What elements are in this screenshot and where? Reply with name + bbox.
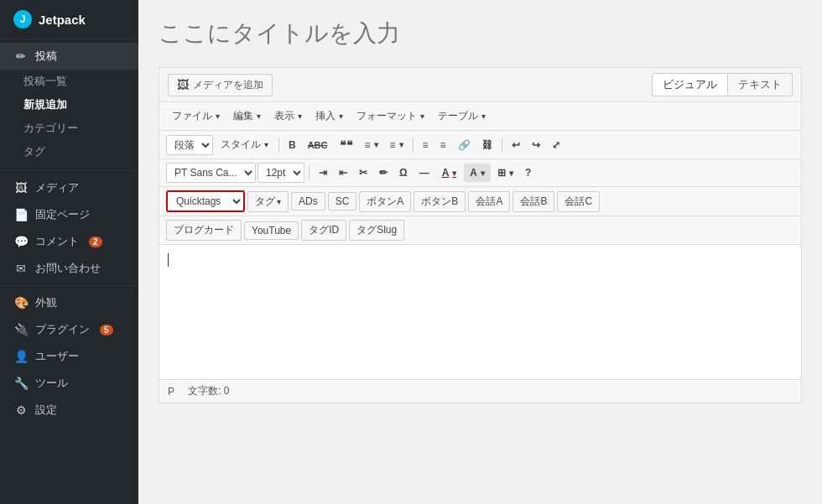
editor-word-count: 文字数: 0 bbox=[188, 384, 229, 398]
sidebar-item-comments-label: コメント bbox=[35, 234, 79, 249]
sidebar-logo-label: Jetpack bbox=[39, 13, 86, 27]
sidebar-item-media[interactable]: 🖼 メディア bbox=[0, 174, 138, 201]
link-button[interactable]: 🔗 bbox=[453, 136, 476, 154]
toolbar-file[interactable]: ファイル bbox=[166, 106, 226, 127]
blockquote-button[interactable]: ❝❝ bbox=[335, 135, 358, 155]
bold-button[interactable]: B bbox=[284, 136, 301, 154]
add-media-button[interactable]: 🖼 メディアを追加 bbox=[168, 74, 273, 96]
size-select[interactable]: 12pt bbox=[258, 163, 304, 183]
quicktags-row-1: Quicktags タグ ADs SC ボタンA ボタンB 会話A 会話B 会話… bbox=[159, 187, 801, 216]
qt-tagid-button[interactable]: タグID bbox=[301, 220, 346, 241]
editor-content: 🖼 メディアを追加 ビジュアル テキスト ファイル 編集 表示 挿入 フォーマッ… bbox=[138, 0, 822, 504]
sidebar: J Jetpack ✏ 投稿 投稿一覧 新規追加 カテゴリー タグ 🖼 メディア bbox=[0, 0, 138, 504]
undo-button[interactable]: ↩ bbox=[507, 136, 525, 154]
pencil-button[interactable]: ✏ bbox=[374, 164, 393, 182]
strikethrough-button[interactable]: ABC bbox=[303, 137, 333, 153]
fullscreen-button[interactable]: ⤢ bbox=[547, 136, 565, 154]
toolbar-row-3: PT Sans Ca... 12pt ⇥ ⇤ ✂ ✏ Ω — A A ⊞ ? bbox=[159, 159, 801, 187]
outdent-button[interactable]: ⇤ bbox=[334, 164, 352, 182]
qt-buttona-button[interactable]: ボタンA bbox=[359, 191, 411, 212]
sidebar-divider-2 bbox=[0, 285, 138, 286]
tab-text[interactable]: テキスト bbox=[727, 73, 793, 96]
comments-badge: 2 bbox=[89, 236, 102, 247]
editor-wrapper: 🖼 メディアを追加 ビジュアル テキスト ファイル 編集 表示 挿入 フォーマッ… bbox=[159, 67, 802, 403]
editor-status-bar: P 文字数: 0 bbox=[159, 379, 801, 403]
style-select-btn[interactable]: スタイル bbox=[215, 134, 274, 155]
font-color-button[interactable]: A bbox=[436, 164, 463, 182]
indent-button[interactable]: ⇥ bbox=[314, 164, 332, 182]
toolbar-insert[interactable]: 挿入 bbox=[310, 106, 349, 127]
settings-icon: ⚙ bbox=[13, 403, 29, 417]
ul-button[interactable]: ≡ bbox=[360, 136, 383, 154]
hr-button[interactable]: — bbox=[414, 164, 434, 182]
align-left-button[interactable]: ≡ bbox=[418, 136, 434, 154]
sidebar-item-plugins-label: プラグイン bbox=[35, 322, 90, 337]
qt-kaiwaa-button[interactable]: 会話A bbox=[468, 191, 510, 212]
sidebar-item-users-label: ユーザー bbox=[35, 349, 79, 364]
sidebar-item-appearance[interactable]: 🎨 外観 bbox=[0, 289, 138, 316]
qt-buttonb-button[interactable]: ボタンB bbox=[414, 191, 466, 212]
qt-tagslug-button[interactable]: タグSlug bbox=[349, 220, 404, 241]
sidebar-item-pages[interactable]: 📄 固定ページ bbox=[0, 201, 138, 228]
new-post-label: 新規追加 bbox=[23, 97, 67, 112]
sidebar-item-settings-label: 設定 bbox=[35, 403, 57, 418]
align-center-button[interactable]: ≡ bbox=[435, 136, 451, 154]
sidebar-item-plugins[interactable]: 🔌 プラグイン 5 bbox=[0, 316, 138, 343]
paragraph-select[interactable]: 段落 bbox=[166, 135, 213, 155]
sidebar-divider-1 bbox=[0, 170, 138, 171]
sidebar-item-tools-label: ツール bbox=[35, 376, 68, 391]
tab-visual[interactable]: ビジュアル bbox=[652, 73, 727, 96]
sidebar-item-new-post[interactable]: 新規追加 bbox=[0, 93, 138, 117]
add-media-icon: 🖼 bbox=[177, 78, 189, 91]
quicktags-select[interactable]: Quicktags bbox=[168, 192, 243, 210]
cut-button[interactable]: ✂ bbox=[354, 164, 372, 182]
sidebar-posts-submenu: 投稿一覧 新規追加 カテゴリー タグ bbox=[0, 70, 138, 164]
sidebar-item-posts[interactable]: ✏ 投稿 bbox=[0, 43, 138, 70]
qt-youtube-button[interactable]: YouTube bbox=[244, 221, 299, 240]
toolbar-format[interactable]: フォーマット bbox=[351, 106, 430, 127]
toolbar-sep-4 bbox=[309, 165, 310, 180]
toolbar-sep-2 bbox=[413, 138, 414, 153]
sidebar-item-tools[interactable]: 🔧 ツール bbox=[0, 370, 138, 397]
sidebar-item-comments[interactable]: 💬 コメント 2 bbox=[0, 228, 138, 255]
tags-label: タグ bbox=[23, 144, 45, 159]
qt-blogcard-button[interactable]: ブログカード bbox=[166, 220, 242, 241]
qt-ads-button[interactable]: ADs bbox=[291, 192, 325, 210]
toolbar-edit[interactable]: 編集 bbox=[227, 106, 267, 127]
toolbar-view[interactable]: 表示 bbox=[268, 106, 308, 127]
help-button[interactable]: ? bbox=[520, 164, 536, 182]
tools-icon: 🔧 bbox=[13, 377, 29, 390]
jetpack-icon: J bbox=[13, 10, 32, 29]
sidebar-item-tags[interactable]: タグ bbox=[0, 140, 138, 164]
appearance-icon: 🎨 bbox=[13, 296, 29, 309]
post-title-input[interactable] bbox=[159, 17, 802, 50]
bg-color-button[interactable]: A bbox=[464, 164, 491, 182]
sidebar-item-all-posts[interactable]: 投稿一覧 bbox=[0, 70, 138, 93]
sidebar-item-posts-label: 投稿 bbox=[35, 49, 57, 64]
sidebar-item-users[interactable]: 👤 ユーザー bbox=[0, 343, 138, 370]
sidebar-item-categories[interactable]: カテゴリー bbox=[0, 117, 138, 140]
ol-button[interactable]: ≡ bbox=[385, 136, 408, 154]
pages-icon: 📄 bbox=[13, 208, 29, 221]
plugins-icon: 🔌 bbox=[13, 323, 29, 336]
sidebar-posts-section: ✏ 投稿 投稿一覧 新規追加 カテゴリー タグ bbox=[0, 39, 138, 167]
editor-tabs: ビジュアル テキスト bbox=[652, 73, 793, 96]
add-media-label: メディアを追加 bbox=[193, 78, 263, 92]
posts-icon: ✏ bbox=[13, 49, 29, 63]
qt-sc-button[interactable]: SC bbox=[328, 192, 357, 210]
omega-button[interactable]: Ω bbox=[394, 164, 413, 182]
sidebar-item-settings[interactable]: ⚙ 設定 bbox=[0, 397, 138, 423]
editor-body[interactable] bbox=[159, 245, 801, 379]
toolbar-table[interactable]: テーブル bbox=[432, 106, 492, 127]
toolbar-row-2: 段落 スタイル B ABC ❝❝ ≡ ≡ ≡ ≡ 🔗 ⛓ ↩ ↪ ⤢ bbox=[159, 131, 801, 159]
table-button[interactable]: ⊞ bbox=[492, 164, 518, 182]
sidebar-item-appearance-label: 外観 bbox=[35, 295, 57, 310]
font-select[interactable]: PT Sans Ca... bbox=[166, 163, 256, 183]
unlink-button[interactable]: ⛓ bbox=[477, 136, 497, 154]
categories-label: カテゴリー bbox=[23, 121, 78, 136]
qt-kaiwab-button[interactable]: 会話B bbox=[512, 191, 554, 212]
sidebar-item-contact[interactable]: ✉ お問い合わせ bbox=[0, 255, 138, 282]
qt-tag-button[interactable]: タグ bbox=[247, 191, 289, 212]
redo-button[interactable]: ↪ bbox=[527, 136, 545, 154]
qt-kaiwac-button[interactable]: 会話C bbox=[557, 191, 600, 212]
